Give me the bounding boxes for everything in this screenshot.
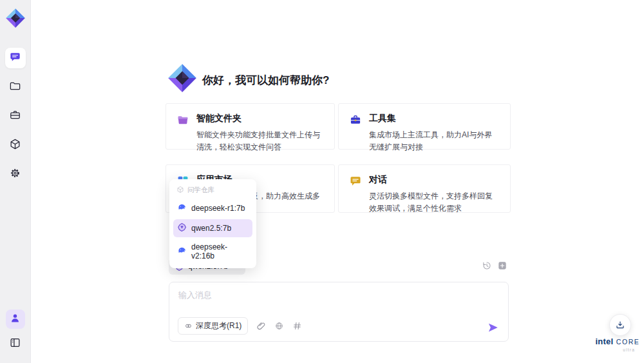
history-icon[interactable] — [482, 260, 492, 271]
model-option-qwen[interactable]: qwen2.5:7b — [173, 219, 252, 237]
sidebar-item-folders[interactable] — [5, 77, 26, 97]
intel-brand: intel — [596, 337, 614, 346]
sidebar-item-manual[interactable] — [5, 333, 26, 354]
deepseek-whale-icon — [177, 202, 187, 214]
chat-icon — [9, 51, 21, 66]
chat-actions — [482, 260, 507, 271]
chat-input-box: 深度思考(R1) — [169, 282, 509, 342]
smart-folder-icon — [176, 113, 189, 140]
app-window: 你好，我可以如何帮助你? 智能文件夹 智能文件夹功能支持批量文件上传与清洗，轻松… — [0, 0, 644, 363]
app-logo — [4, 5, 27, 31]
card-desc: 智能文件夹功能支持批量文件上传与清洗，轻松实现文件问答 — [196, 129, 324, 153]
toolset-icon — [349, 113, 362, 140]
card-title: 工具集 — [369, 113, 500, 124]
deep-think-toggle[interactable]: 深度思考(R1) — [178, 317, 248, 335]
send-icon — [488, 322, 499, 333]
panel-book-icon — [9, 337, 21, 351]
send-button[interactable] — [488, 322, 499, 333]
model-option-deepseek-r1[interactable]: deepseek-r1:7b — [173, 199, 252, 217]
card-smart-folder[interactable]: 智能文件夹 智能文件夹功能支持批量文件上传与清洗，轻松实现文件问答 — [166, 103, 335, 150]
card-desc: 灵活切换多模型文件，支持多样回复效果调试，满足个性化需求 — [369, 190, 500, 214]
person-icon — [9, 312, 21, 327]
sidebar-item-chat[interactable] — [5, 48, 26, 68]
download-button[interactable] — [609, 314, 631, 336]
hash-icon[interactable] — [292, 321, 302, 331]
repo-icon — [176, 186, 184, 195]
greeting-logo — [166, 61, 198, 95]
sidebar-item-user[interactable] — [6, 309, 25, 329]
card-title: 对话 — [369, 174, 500, 186]
model-option-deepseek-v2[interactable]: deepseek-v2:16b — [173, 239, 252, 264]
attachment-icon[interactable] — [256, 321, 266, 331]
deepseek-whale-icon — [177, 246, 187, 257]
card-conversation[interactable]: 对话 灵活切换多模型文件，支持多样回复效果调试，满足个性化需求 — [338, 164, 511, 213]
card-toolset[interactable]: 工具集 集成市场上主流工具，助力AI与外界无缝扩展与对接 — [338, 103, 511, 150]
sidebar-bottom — [5, 309, 26, 354]
cube-icon — [9, 138, 21, 153]
deep-think-label: 深度思考(R1) — [196, 320, 242, 331]
greeting-text: 你好，我可以如何帮助你? — [202, 73, 329, 88]
deepthink-icon — [184, 322, 193, 330]
download-icon — [615, 320, 625, 330]
qwen-icon — [177, 222, 187, 234]
sidebar-item-settings[interactable] — [5, 164, 26, 184]
intel-tier: ultra — [595, 348, 635, 352]
sidebar-item-models[interactable] — [5, 135, 26, 155]
model-option-label: deepseek-v2:16b — [191, 242, 249, 260]
model-dropdown: 问学仓库 deepseek-r1:7b qwen2.5:7b deepseek-… — [169, 179, 256, 268]
card-desc: 集成市场上主流工具，助力AI与外界无缝扩展与对接 — [369, 129, 500, 153]
briefcase-icon — [9, 109, 21, 124]
folder-icon — [9, 80, 21, 95]
model-option-label: qwen2.5:7b — [191, 224, 231, 233]
new-chat-icon[interactable] — [497, 260, 507, 271]
message-input[interactable] — [169, 282, 508, 316]
sidebar-nav — [5, 48, 26, 184]
repo-label: 问学仓库 — [187, 186, 214, 195]
card-title: 智能文件夹 — [196, 113, 324, 124]
gear-icon — [9, 167, 21, 182]
model-option-label: deepseek-r1:7b — [191, 204, 245, 213]
intel-core-badge: intel CORE ultra — [595, 335, 640, 352]
intel-product: CORE — [616, 338, 640, 346]
model-repo-header: 问学仓库 — [173, 184, 252, 199]
globe-icon[interactable] — [274, 321, 284, 331]
input-toolbar: 深度思考(R1) — [178, 317, 302, 335]
sidebar-item-toolbox[interactable] — [5, 106, 26, 126]
chat-bubble-icon — [349, 174, 362, 203]
sidebar — [0, 0, 31, 363]
